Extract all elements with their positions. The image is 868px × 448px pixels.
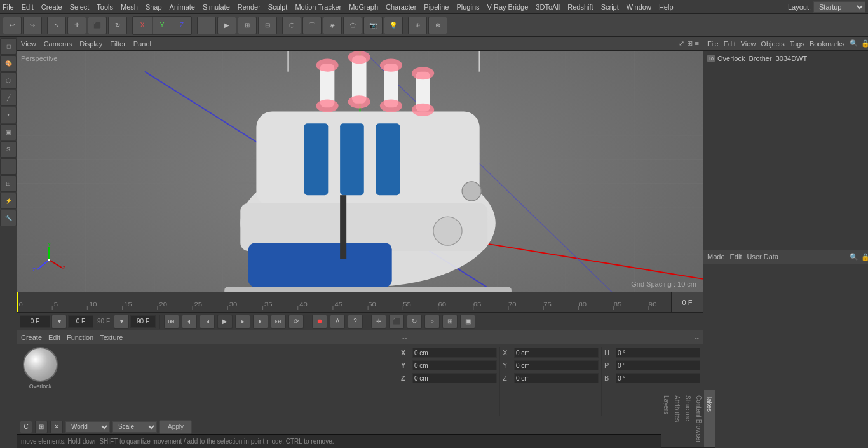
magnet-button[interactable]: 🔧 [0, 210, 17, 226]
playback-help-button[interactable]: ? [348, 315, 363, 329]
menu-plugins[interactable]: Plugins [456, 3, 479, 11]
material-item[interactable]: Overlock [20, 347, 61, 390]
attr-menu-mode[interactable]: Mode [707, 253, 725, 261]
x-axis-button[interactable]: X [133, 17, 152, 34]
edge-button[interactable]: ╱ [0, 90, 17, 106]
record-button[interactable]: ⏺ [312, 315, 327, 329]
mirror-button[interactable]: ⚡ [0, 193, 17, 209]
attr-menu-user-data[interactable]: User Data [747, 253, 779, 261]
move-tool-pb-button[interactable]: ✛ [371, 315, 386, 329]
tab-takes[interactable]: Takes [704, 390, 715, 448]
obj-lock-icon[interactable]: 🔒 [861, 39, 868, 48]
paint-button[interactable]: 🎨 [0, 55, 17, 72]
frame-end-2-field[interactable] [130, 315, 156, 328]
camera-button[interactable]: 📷 [363, 17, 383, 34]
tab-content-browser[interactable]: Content Browser [693, 390, 704, 448]
cube-button[interactable]: ⬡ [282, 17, 301, 34]
move-tool-button[interactable]: ✛ [67, 17, 86, 34]
scale-dropdown[interactable]: Scale [112, 421, 157, 433]
obj-menu-objects[interactable]: Objects [761, 40, 784, 48]
frame-start-field[interactable] [20, 315, 50, 328]
prev-keyframe-button[interactable]: ◂ [200, 315, 215, 329]
light-button[interactable]: 💡 [384, 17, 403, 34]
viewport-menu-display[interactable]: Display [79, 40, 102, 48]
attr-lock-icon[interactable]: 🔒 [861, 253, 868, 261]
object-pb-button[interactable]: ○ [424, 315, 440, 329]
b-field[interactable] [616, 373, 700, 383]
tab-attributes[interactable]: Attributes [672, 390, 682, 448]
grid-pb-button[interactable]: ⊞ [442, 315, 458, 329]
select-tool-button[interactable]: ↖ [47, 17, 66, 34]
apply-button[interactable]: Apply [159, 420, 192, 434]
go-start-button[interactable]: ⏮ [164, 315, 179, 329]
menu-animate[interactable]: Animate [170, 3, 195, 11]
transform-button[interactable]: ⊗ [428, 17, 447, 34]
menu-vray[interactable]: V-Ray Bridge [487, 3, 529, 11]
frame-step-up[interactable]: ▾ [114, 315, 129, 329]
menu-edit[interactable]: Edit [22, 3, 34, 11]
play-button[interactable]: ▶ [217, 315, 233, 329]
menu-simulate[interactable]: Simulate [203, 3, 230, 11]
y-position-field[interactable] [412, 360, 497, 370]
layout-dropdown[interactable]: Startup [813, 1, 865, 13]
menu-3dtoall[interactable]: 3DToAll [536, 3, 560, 11]
menu-character[interactable]: Character [386, 3, 416, 11]
knife-button[interactable]: ⚊ [0, 158, 17, 175]
viewport-layout-icon[interactable]: ⊞ [687, 39, 693, 48]
obj-menu-edit[interactable]: Edit [724, 40, 736, 48]
attr-menu-edit[interactable]: Edit [730, 253, 742, 261]
tab-structure[interactable]: Structure [682, 390, 693, 448]
bottom-icon-2[interactable]: ⊞ [35, 421, 48, 433]
timeline-ruler[interactable]: 0 5 10 15 20 25 30 35 40 45 50 55 60 65 [17, 292, 671, 313]
x-size-field[interactable] [514, 348, 599, 358]
rotate-tool-pb-button[interactable]: ↻ [407, 315, 422, 329]
render-view-button[interactable]: ⊟ [258, 17, 277, 34]
next-frame-button[interactable]: ⏵ [253, 315, 268, 329]
viewport-menu-view[interactable]: View [21, 40, 36, 48]
viewport[interactable]: Perspective Grid Spacing : 10 cm Y X Z [17, 51, 703, 292]
obj-menu-bookmarks[interactable]: Bookmarks [810, 40, 844, 48]
frame-step-down[interactable]: ▾ [51, 315, 67, 329]
x-position-field[interactable] [412, 348, 497, 358]
viewport-menu-filter[interactable]: Filter [110, 40, 125, 48]
bottom-icon-3[interactable]: ✕ [50, 421, 63, 433]
mat-menu-texture[interactable]: Texture [100, 334, 123, 341]
next-keyframe-button[interactable]: ▸ [235, 315, 250, 329]
y-axis-button[interactable]: Y [153, 17, 172, 34]
menu-motion-tracker[interactable]: Motion Tracker [295, 3, 341, 11]
obj-search-icon[interactable]: 🔍 [850, 39, 858, 48]
polygon-button[interactable]: ⬡ [0, 72, 17, 89]
object-mode-button[interactable]: □ [197, 17, 216, 34]
menu-file[interactable]: File [3, 3, 14, 11]
undo-button[interactable]: ↩ [3, 17, 22, 34]
scale-tool-button[interactable]: ⬛ [88, 17, 107, 34]
object-item-overlock[interactable]: L0 Overlock_Brother_3034DWT [705, 52, 868, 65]
viewport-menu-panel[interactable]: Panel [133, 40, 151, 48]
menu-help[interactable]: Help [659, 3, 674, 11]
nurbs-button[interactable]: ◈ [323, 17, 342, 34]
mat-menu-create[interactable]: Create [21, 334, 42, 341]
menu-select[interactable]: Select [70, 3, 90, 11]
spline-tool-button[interactable]: S [0, 141, 17, 158]
mat-menu-edit[interactable]: Edit [48, 334, 60, 341]
menu-pipeline[interactable]: Pipeline [424, 3, 449, 11]
point-button[interactable]: • [0, 107, 17, 123]
mat-menu-function[interactable]: Function [67, 334, 93, 341]
cinema4d-icon[interactable]: C [20, 421, 32, 433]
obj-menu-file[interactable]: File [707, 40, 719, 48]
subdivide-button[interactable]: ⊞ [0, 175, 17, 192]
current-frame-field[interactable] [68, 315, 93, 328]
menu-script[interactable]: Script [601, 3, 619, 11]
model-mode-button[interactable]: ◻ [0, 38, 17, 55]
h-field[interactable] [616, 348, 700, 358]
obj-menu-view[interactable]: View [741, 40, 756, 48]
obj-menu-tags[interactable]: Tags [790, 40, 804, 48]
menu-render[interactable]: Render [238, 3, 261, 11]
viewport-menu-cameras[interactable]: Cameras [44, 40, 72, 48]
y-size-field[interactable] [514, 360, 599, 370]
rotate-tool-button[interactable]: ↻ [108, 17, 127, 34]
deformer-button[interactable]: ⬠ [343, 17, 362, 34]
menu-window[interactable]: Window [627, 3, 651, 11]
redo-button[interactable]: ↪ [23, 17, 42, 34]
z-position-field[interactable] [412, 373, 497, 383]
